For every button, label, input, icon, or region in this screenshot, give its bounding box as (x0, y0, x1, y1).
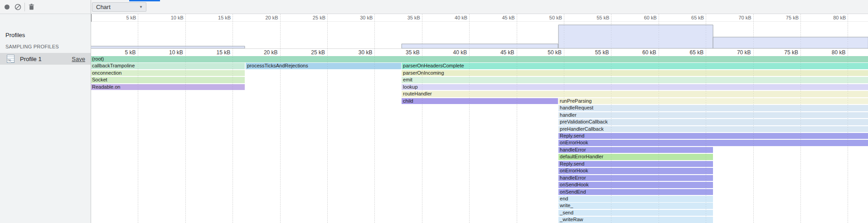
flame-frame-label: parserOnHeadersComplete (402, 63, 464, 68)
flame-frame-runPreParsing[interactable]: runPreParsing (558, 98, 868, 104)
trash-icon (28, 3, 35, 11)
flame-frame-Socket[interactable]: Socket (91, 77, 245, 83)
flame-frame-onErrorHook[interactable]: onErrorHook (558, 168, 713, 174)
overview-ruler-tick-label: 20 kB (251, 15, 278, 20)
sidebar-divider[interactable] (91, 0, 91, 223)
flamechart-ruler-tick-label: 80 kB (816, 50, 845, 56)
overview-ruler-tick-label: 45 kB (488, 15, 515, 20)
flame-frame-Reply.send[interactable]: Reply.send (558, 161, 713, 167)
flame-frame-_writeRaw[interactable]: _writeRaw (558, 217, 713, 223)
flame-frame-label: end (558, 196, 568, 201)
flamechart-ruler-tick-label: 60 kB (627, 50, 656, 56)
flame-frame-label: onSendHook (558, 182, 589, 187)
record-profile-button[interactable] (3, 3, 11, 11)
profile-name: Profile 1 (20, 56, 42, 62)
clear-all-profiles-button[interactable] (14, 3, 22, 11)
flame-frame-label: emit (402, 77, 412, 82)
flame-frame-label: callbackTrampoline (91, 63, 135, 68)
flame-frame-processTicksAndRejections[interactable]: processTicksAndRejections (246, 63, 401, 69)
flame-frame-label: processTicksAndRejections (246, 63, 308, 68)
grid-line-overlay (469, 14, 470, 223)
flame-frame-parserOnIncoming[interactable]: parserOnIncoming (402, 70, 868, 76)
overview-ruler-tick-label: 80 kB (819, 15, 846, 20)
flamechart-ruler-tick-label: 25 kB (296, 50, 325, 56)
flame-frame-child[interactable]: child (402, 98, 558, 104)
devtools-memory-profiler-panel: Chart ▼ Profiles SAMPLING PROFILES % Pro… (0, 0, 868, 223)
flame-frame-lookup[interactable]: lookup (402, 84, 868, 90)
flame-frame-label: onErrorHook (558, 140, 588, 145)
flame-frame-write_[interactable]: write_ (558, 203, 713, 209)
save-profile-link[interactable]: Save (72, 56, 85, 62)
flamechart-ruler-tick-label: 20 kB (249, 50, 278, 56)
flame-frame-Reply.send[interactable]: Reply.send (558, 133, 868, 139)
flame-frame-label: routeHandler (402, 91, 432, 96)
overview-ruler-tick-label: 25 kB (298, 15, 325, 20)
flame-frame-label: Reply.send (558, 133, 584, 138)
allocation-chart-pane: 5 kB10 kB15 kB20 kB25 kB30 kB35 kB40 kB4… (91, 14, 868, 223)
flame-frame-preValidationCallback[interactable]: preValidationCallback (558, 119, 868, 125)
flame-frame-label: onSendEnd (558, 189, 586, 195)
flamechart-ruler-tick-label: 65 kB (674, 50, 703, 56)
grid-line-overlay (564, 14, 564, 223)
profile-view-select[interactable]: Chart ▼ (92, 2, 146, 12)
flamechart-ruler-tick-label: 15 kB (201, 50, 230, 56)
flamechart-ruler-tick-label: 45 kB (485, 50, 514, 56)
overview-ruler-tick-label: 60 kB (630, 15, 657, 20)
flame-frame-Readable.on[interactable]: Readable.on (91, 84, 245, 90)
flame-frame-emit[interactable]: emit (402, 77, 868, 83)
flame-frame-label: onErrorHook (558, 168, 588, 173)
flame-frame-preHandlerCallback[interactable]: preHandlerCallback (558, 126, 868, 133)
flame-frame-end[interactable]: end (558, 196, 713, 202)
flamechart-ruler-tick-label: 75 kB (769, 50, 798, 56)
profiler-toolbar: Chart ▼ (0, 0, 868, 14)
overview-ruler-tick-label: 75 kB (771, 15, 799, 20)
sampling-profiles-section-label: SAMPLING PROFILES (5, 44, 59, 49)
flame-frame-label: (root) (91, 56, 104, 62)
grid-line-overlay (374, 14, 375, 223)
grid-line-overlay (659, 14, 659, 223)
overview-ruler-tick-label: 55 kB (582, 15, 609, 20)
flame-frame-label: Reply.send (558, 161, 584, 166)
flame-frame-label: parserOnIncoming (402, 70, 444, 76)
delete-profile-button[interactable] (28, 3, 35, 11)
overview-bottom-border (91, 48, 868, 49)
flame-frame-callbackTrampoline[interactable]: callbackTrampoline (91, 63, 245, 69)
flame-frame-handleError[interactable]: handleError (558, 175, 713, 181)
flame-frame-routeHandler[interactable]: routeHandler (402, 91, 868, 97)
grid-line-overlay (233, 14, 233, 223)
flame-frame-defaultErrorHandler[interactable]: defaultErrorHandler (558, 154, 713, 160)
grid-line-overlay (800, 14, 801, 223)
flame-frame-onErrorHook[interactable]: onErrorHook (558, 140, 868, 146)
flame-frame-onconnection[interactable]: onconnection (91, 70, 245, 76)
record-icon (5, 5, 10, 9)
flame-frame-_send[interactable]: _send (558, 210, 713, 216)
clear-icon (14, 3, 22, 11)
heap-profile-icon: % (7, 55, 15, 63)
flame-frame-handleError[interactable]: handleError (558, 147, 713, 153)
flamechart-ruler-tick-label: 50 kB (533, 50, 562, 56)
flamechart-ruler-tick-label: 30 kB (343, 50, 372, 56)
grid-line-overlay (327, 14, 328, 223)
flame-frame-root[interactable]: (root) (91, 56, 868, 62)
flamechart-ruler-tick-label: 55 kB (580, 50, 609, 56)
profiles-sidebar: Profiles SAMPLING PROFILES % Profile 1 S… (0, 14, 91, 223)
overview-ruler-tick-label: 15 kB (204, 15, 231, 20)
flame-frame-onSendEnd[interactable]: onSendEnd (558, 189, 713, 195)
overview-ruler-tick-label: 65 kB (677, 15, 704, 20)
flamechart-ruler-tick-label: 40 kB (438, 50, 467, 56)
grid-line-overlay (848, 14, 848, 223)
flame-frame-handler[interactable]: handler (558, 112, 868, 119)
flame-frame-parserOnHeadersComplete[interactable]: parserOnHeadersComplete (402, 63, 868, 69)
flame-frame-label: onconnection (91, 70, 121, 76)
flame-frame-label: handleError (558, 147, 586, 152)
panel-tab-accent-line (129, 0, 160, 1)
overview-ruler-tick-label: 50 kB (535, 15, 562, 20)
overview-ruler-tick-label: 35 kB (393, 15, 420, 20)
sidebar-item-profile-1[interactable]: % Profile 1 Save (0, 53, 91, 65)
chevron-down-icon: ▼ (139, 5, 143, 9)
flame-frame-onSendHook[interactable]: onSendHook (558, 182, 713, 188)
grid-line-overlay (753, 14, 754, 223)
flame-frame-label: defaultErrorHandler (558, 154, 603, 159)
flame-frame-label: lookup (402, 84, 417, 90)
flame-frame-handleRequest[interactable]: handleRequest (558, 105, 868, 111)
